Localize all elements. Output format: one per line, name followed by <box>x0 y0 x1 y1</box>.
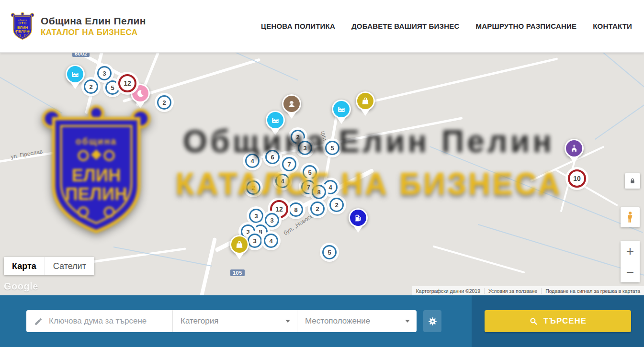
svg-text:община: община <box>18 19 27 21</box>
zoom-in-button[interactable]: + <box>621 241 640 262</box>
svg-text:ЕЛИН: ЕЛИН <box>71 166 121 185</box>
keyword-segment <box>26 310 172 332</box>
cluster-marker[interactable]: 10 <box>568 169 586 188</box>
gear-icon <box>428 316 438 326</box>
shopping-bag-icon <box>357 93 373 109</box>
cluster-marker[interactable]: 4 <box>275 174 290 188</box>
cluster-marker[interactable]: 2 <box>84 79 98 94</box>
street-view-button[interactable] <box>621 207 640 227</box>
zoom-out-button[interactable]: − <box>621 262 640 282</box>
cluster-marker[interactable]: 3 <box>298 141 312 155</box>
map-canvas[interactable]: ул. Преславбул. „Новоселции"6002105 2531… <box>0 53 644 295</box>
map-road <box>199 237 217 295</box>
svg-text:ПЕЛИН: ПЕЛИН <box>16 29 29 34</box>
header: община ЕЛИН ПЕЛИН Община Елин Пелин КАТА… <box>0 0 644 53</box>
terms-link[interactable]: Условия за ползване <box>484 288 541 294</box>
zoom-control: + − <box>621 241 640 282</box>
svg-text:ПЕЛИН: ПЕЛИН <box>65 184 127 204</box>
keyword-search-input[interactable] <box>49 316 167 326</box>
cluster-marker[interactable]: 5 <box>105 80 120 95</box>
page: община ЕЛИН ПЕЛИН Община Елин Пелин КАТА… <box>0 0 644 347</box>
municipality-logo-icon: община ЕЛИН ПЕЛИН <box>11 11 34 41</box>
advanced-settings-button[interactable] <box>423 310 441 332</box>
search-icon <box>529 317 538 326</box>
map-attribution: Картографски данни ©2019 Условия за полз… <box>412 286 644 295</box>
brand[interactable]: община ЕЛИН ПЕЛИН Община Елин Пелин КАТА… <box>11 11 146 41</box>
map-type-control: Карта Сателит <box>4 257 94 275</box>
map-stream <box>429 146 643 233</box>
nav-price-policy[interactable]: ЦЕНОВА ПОЛИТИКА <box>261 22 335 30</box>
search-button[interactable]: ТЪРСЕНЕ <box>485 310 631 332</box>
search-input-group: Категория Местоположение <box>26 310 417 332</box>
cluster-marker[interactable]: 6 <box>265 150 280 164</box>
map-pin-church[interactable] <box>565 139 584 158</box>
nav-route-schedule[interactable]: МАРШРУТНО РАЗПИСАНИЕ <box>475 22 576 30</box>
pegman-icon <box>625 211 635 224</box>
cluster-marker[interactable]: 4 <box>245 154 260 168</box>
cluster-marker[interactable]: 2 <box>157 95 171 110</box>
map-type-satellite-button[interactable]: Сателит <box>45 257 94 275</box>
road-shield: 6002 <box>72 53 90 57</box>
fuel-icon <box>350 210 366 226</box>
factory-icon <box>67 66 83 82</box>
cluster-marker[interactable]: 2 <box>310 201 325 216</box>
cluster-marker[interactable]: 4 <box>264 234 278 248</box>
street-label: ции" <box>320 131 329 144</box>
cluster-marker[interactable]: 2 <box>329 198 344 212</box>
brand-text: Община Елин Пелин КАТАЛОГ НА БИЗНЕСА <box>41 15 146 37</box>
report-error-link[interactable]: Подаване на сигнал за грешка в картата <box>541 288 644 294</box>
location-dropdown-label: Местоположение <box>305 316 370 326</box>
worker-icon <box>283 96 300 112</box>
cluster-marker[interactable]: 5 <box>303 165 317 179</box>
main-nav: ЦЕНОВА ПОЛИТИКА ДОБАВЕТЕ ВАШИЯТ БИЗНЕС М… <box>261 22 632 30</box>
map-stream <box>573 53 644 99</box>
factory-icon <box>333 101 350 117</box>
shopping-bag-icon <box>231 236 248 253</box>
cluster-marker[interactable]: 12 <box>118 74 136 92</box>
site-subtitle: КАТАЛОГ НА БИЗНЕСА <box>41 28 146 37</box>
map-road <box>432 246 525 274</box>
map-pin-shopping-bag[interactable] <box>230 235 249 254</box>
road-shield: 105 <box>230 269 245 276</box>
map-type-map-button[interactable]: Карта <box>4 257 45 275</box>
map-pin-factory[interactable] <box>66 65 85 84</box>
location-dropdown[interactable]: Местоположение <box>297 310 417 332</box>
attribution-copyright: Картографски данни ©2019 <box>412 288 484 294</box>
chevron-down-icon <box>405 320 410 323</box>
cluster-marker[interactable]: 3 <box>248 234 262 248</box>
cluster-marker[interactable]: 5 <box>325 141 339 155</box>
search-bar-right: ТЪРСЕНЕ <box>472 295 644 347</box>
cluster-marker[interactable]: 2 <box>246 180 260 195</box>
watermark-title: Община Елин Пелин <box>156 123 582 159</box>
map-pin-factory[interactable] <box>266 111 285 130</box>
nav-add-business[interactable]: ДОБАВЕТЕ ВАШИЯТ БИЗНЕС <box>351 22 459 30</box>
map-pin-fuel[interactable] <box>349 208 368 227</box>
svg-text:община: община <box>76 136 117 146</box>
nav-contacts[interactable]: КОНТАКТИ <box>593 22 632 30</box>
search-button-label: ТЪРСЕНЕ <box>543 316 587 326</box>
watermark-logo: община ЕЛИН ПЕЛИН <box>41 103 152 238</box>
site-title: Община Елин Пелин <box>41 15 146 27</box>
cluster-marker[interactable]: 8 <box>312 185 326 199</box>
cluster-marker[interactable]: 7 <box>282 157 296 171</box>
category-dropdown[interactable]: Категория <box>172 310 297 332</box>
factory-icon <box>267 112 283 128</box>
category-dropdown-label: Категория <box>181 316 218 326</box>
map-pin-shopping-bag[interactable] <box>356 91 375 111</box>
map-pin-factory[interactable] <box>332 100 351 119</box>
map-pin-worker[interactable] <box>282 94 301 113</box>
church-icon <box>566 140 582 157</box>
search-bar-left: Категория Местоположение <box>0 295 472 347</box>
lock-button[interactable] <box>625 173 640 189</box>
cluster-marker[interactable]: 3 <box>249 209 263 223</box>
svg-text:ЕЛИН: ЕЛИН <box>17 25 28 29</box>
cluster-marker[interactable]: 3 <box>97 66 112 80</box>
cluster-marker[interactable]: 3 <box>265 213 279 227</box>
google-logo: Google <box>4 281 38 292</box>
cluster-marker[interactable]: 5 <box>322 245 337 259</box>
search-bar: Категория Местоположение <box>0 295 644 347</box>
cluster-marker[interactable]: 8 <box>289 202 303 217</box>
lock-icon <box>629 177 636 185</box>
map-stream <box>595 101 644 140</box>
map-stream <box>478 224 644 280</box>
